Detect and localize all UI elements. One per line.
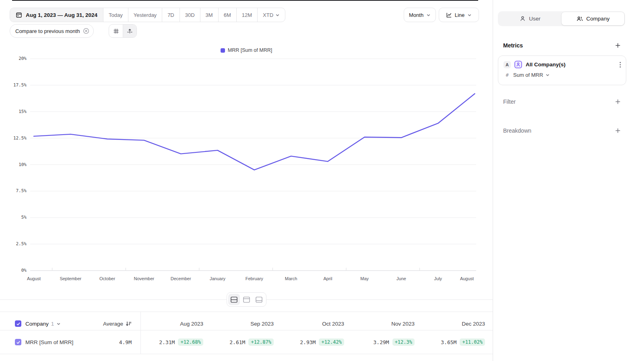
grid-icon — [113, 28, 119, 34]
row-checkbox[interactable] — [15, 339, 21, 345]
mrr-line-series[interactable] — [34, 94, 475, 170]
x-axis-label: August — [460, 276, 474, 281]
calendar-icon — [16, 12, 22, 18]
table-row-label: MRR [Sum of MRR] — [25, 330, 73, 354]
table-column-header[interactable]: Dec 2023 — [421, 317, 485, 330]
cell-value: 3.65M — [441, 339, 456, 345]
tab-company[interactable]: Company — [561, 12, 624, 25]
tab-user[interactable]: User — [499, 12, 561, 25]
delta-badge: +12.87% — [248, 338, 274, 346]
y-axis-label: 0% — [0, 268, 27, 273]
add-metric-button[interactable] — [615, 42, 621, 49]
table-group-header[interactable]: Company 1 — [25, 317, 61, 330]
check-icon — [16, 340, 21, 345]
layout-chart-icon — [243, 296, 250, 303]
table-cell: 3.65M+11.02% — [417, 330, 485, 354]
table-cell: 2.61M+12.87% — [205, 330, 274, 354]
line-chart: 0%2.5%5%7.5%10%12.5%15%17.5%20%AugustSep… — [0, 56, 493, 287]
preset-yesterday-button[interactable]: Yesterday — [128, 8, 162, 22]
preset-today-button[interactable]: Today — [103, 8, 128, 22]
tab-user-label: User — [529, 16, 541, 22]
analytics-dashboard: Aug 1, 2023 — Aug 31, 2024 TodayYesterda… — [0, 0, 644, 361]
y-axis-label: 2.5% — [0, 241, 27, 246]
layout-split-button[interactable] — [228, 294, 240, 305]
sort-descending-icon[interactable] — [126, 321, 132, 326]
legend-label[interactable]: MRR [Sum of MRR] — [228, 47, 272, 53]
layout-chart-button[interactable] — [241, 294, 252, 305]
delta-badge: +12.3% — [392, 338, 415, 346]
plus-icon — [615, 98, 621, 105]
chevron-down-icon — [56, 322, 61, 326]
x-axis-label: August — [27, 276, 41, 281]
legend-swatch — [221, 48, 225, 53]
table-column-header[interactable]: Aug 2023 — [139, 317, 203, 330]
annotations-toggle-button[interactable] — [123, 25, 136, 37]
select-all-checkbox[interactable] — [15, 320, 21, 327]
add-filter-button[interactable] — [615, 98, 621, 105]
breakdown-section-title: Breakdown — [503, 127, 531, 134]
compare-chip-label: Compare to previous month — [15, 28, 80, 34]
preset-12m-button[interactable]: 12M — [236, 8, 257, 22]
cell-value: 2.61M — [229, 339, 245, 345]
preset-7d-button[interactable]: 7D — [162, 8, 180, 22]
date-range-group: Aug 1, 2023 — Aug 31, 2024 TodayYesterda… — [10, 8, 285, 22]
chart-type-label: Line — [455, 12, 465, 18]
preset-xtd-button[interactable]: XTD — [257, 8, 285, 22]
entity-toggle: User Company — [498, 11, 625, 26]
y-axis-label: 17.5% — [0, 82, 27, 88]
layout-table-icon — [255, 296, 263, 303]
y-axis-label: 5% — [0, 215, 27, 220]
preset-3m-button[interactable]: 3M — [200, 8, 218, 22]
layout-table-button[interactable] — [253, 294, 265, 305]
cell-value: 3.29M — [374, 339, 389, 345]
user-icon — [520, 16, 526, 22]
line-chart-icon — [446, 12, 452, 18]
preset-6m-button[interactable]: 6M — [218, 8, 236, 22]
x-axis-label: April — [323, 276, 332, 281]
filter-section-title: Filter — [503, 98, 516, 105]
x-axis-label: December — [171, 276, 191, 281]
cell-value: 2.93M — [300, 339, 316, 345]
metric-card[interactable]: A All Company(s) # Sum of MRR — [498, 55, 626, 85]
table-cell: 3.29M+12.3% — [346, 330, 415, 354]
date-range-button[interactable]: Aug 1, 2023 — Aug 31, 2024 — [10, 8, 103, 22]
x-axis-label: October — [99, 276, 115, 281]
table-cell: 2.31M+12.68% — [135, 330, 203, 354]
table-column-header[interactable]: Oct 2023 — [280, 317, 344, 330]
x-axis-label: September — [60, 276, 81, 281]
x-axis-label: July — [434, 276, 442, 281]
granularity-dropdown[interactable]: Month — [404, 8, 436, 22]
x-axis-label: November — [134, 276, 155, 281]
delta-badge: +11.02% — [460, 338, 485, 346]
top-divider — [12, 0, 478, 1]
tab-company-label: Company — [586, 16, 610, 22]
add-breakdown-button[interactable] — [615, 127, 621, 134]
group-count: 1 — [51, 321, 54, 327]
aggregation-dropdown[interactable]: Sum of MRR — [513, 72, 550, 78]
average-label: Average — [103, 321, 123, 327]
plus-icon — [615, 42, 621, 49]
chart-type-dropdown[interactable]: Line — [439, 8, 479, 22]
circle-x-icon[interactable] — [83, 28, 89, 34]
x-axis-label: May — [360, 276, 369, 281]
compare-chip[interactable]: Compare to previous month — [10, 24, 94, 38]
table-column-header[interactable]: Sep 2023 — [209, 317, 274, 330]
layout-split-icon — [230, 296, 238, 303]
kebab-menu-icon — [619, 62, 621, 68]
y-axis-label: 7.5% — [0, 188, 27, 193]
metric-menu-button[interactable] — [619, 62, 621, 68]
date-range-label: Aug 1, 2023 — Aug 31, 2024 — [26, 12, 97, 18]
check-icon — [16, 322, 21, 326]
table-cell: 2.93M+12.42% — [276, 330, 344, 354]
grid-toggle-button[interactable] — [109, 25, 123, 37]
numeric-type-icon: # — [505, 72, 510, 78]
table-column-header[interactable]: Nov 2023 — [350, 317, 415, 330]
chart-options-toggle — [109, 24, 137, 38]
preset-30d-button[interactable]: 30D — [180, 8, 200, 22]
granularity-label: Month — [409, 12, 423, 18]
preset-xtd-label: XTD — [263, 12, 273, 18]
row-average-value: 4.9M — [67, 330, 132, 354]
average-column-header[interactable]: Average — [67, 317, 132, 330]
aggregation-label: Sum of MRR — [513, 72, 543, 78]
arrow-up-from-line-icon — [127, 28, 133, 34]
